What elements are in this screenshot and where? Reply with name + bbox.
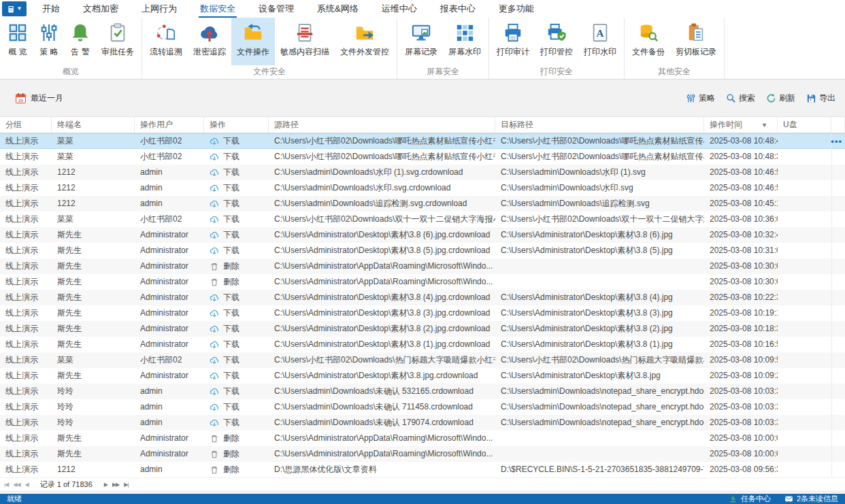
ribbon-item-file-outgoing[interactable]: 文件外发管控 <box>335 18 395 65</box>
operation-label: 下载 <box>223 399 239 415</box>
cell-group: 线上演示 <box>0 446 52 462</box>
cell-target-path: C:\Users\admin\Downloads\水印 (1).svg <box>495 165 704 180</box>
cell-user: Administrator <box>135 368 204 384</box>
table-row[interactable]: 线上演示斯先生Administrator下载C:\Users\Administr… <box>0 227 845 243</box>
column-header-group[interactable]: 分组 <box>0 117 52 133</box>
ribbon-item-label: 屏幕水印 <box>448 46 481 58</box>
column-header-usb[interactable]: U盘 <box>778 117 831 133</box>
table-row[interactable]: 线上演示斯先生Administrator下载C:\Users\Administr… <box>0 243 845 258</box>
ribbon-item-flow-trace[interactable]: 流转追溯 <box>144 18 188 65</box>
table-row[interactable]: 线上演示1212admin删除D:\思源黑体优化版\文章资料D:\$RECYCL… <box>0 462 845 477</box>
ribbon-item-overview-grid[interactable]: 概 览 <box>2 18 33 65</box>
cell-user: Administrator <box>135 446 204 462</box>
table-row[interactable]: 线上演示斯先生Administrator删除C:\Users\Administr… <box>0 431 845 446</box>
fast-next-page-button[interactable]: ▶▶ <box>112 482 119 488</box>
operation-label: 删除 <box>223 462 239 477</box>
ribbon-item-screen-record[interactable]: 屏幕记录 <box>399 18 443 65</box>
cell-operation: 下载 <box>204 305 269 321</box>
cell-terminal: 斯先生 <box>52 227 135 243</box>
toolbar-actions: 策略搜索刷新导出 <box>675 93 835 104</box>
unread-messages-button[interactable]: 2条未读信息 <box>784 494 838 504</box>
table-row[interactable]: 线上演示斯先生Administrator删除C:\Users\Administr… <box>0 446 845 462</box>
print-audit-icon <box>503 22 523 43</box>
table-row[interactable]: 线上演示玲玲admin下载C:\Users\admin\Downloads\未确… <box>0 415 845 431</box>
ribbon-item-print-audit[interactable]: 打印审计 <box>491 18 535 65</box>
column-header-time[interactable]: 操作时间▼ <box>704 117 778 133</box>
content-panel: 23 最近一月 策略搜索刷新导出 分组终端名操作用户操作源路径目标路径操作时间▼… <box>0 80 845 494</box>
column-header-target[interactable]: 目标路径 <box>495 117 704 133</box>
table-row[interactable]: 线上演示菜菜小红书部02下载C:\Users\小红书部02\Downloads\… <box>0 133 845 149</box>
ribbon-item-leak-trace[interactable]: 泄密追踪 <box>188 18 231 65</box>
menu-item-2[interactable]: 上网行为 <box>140 0 178 18</box>
menu-item-0[interactable]: 开始 <box>41 0 61 18</box>
ribbon-item-clipboard-record[interactable]: 剪切板记录 <box>670 18 722 65</box>
table-row[interactable]: 线上演示斯先生Administrator下载C:\Users\Administr… <box>0 321 845 337</box>
table-row[interactable]: 线上演示斯先生Administrator下载C:\Users\Administr… <box>0 305 845 321</box>
table-row[interactable]: 线上演示玲玲admin下载C:\Users\admin\Downloads\未确… <box>0 384 845 399</box>
column-header-source[interactable]: 源路径 <box>269 117 495 133</box>
menu-item-6[interactable]: 运维中心 <box>380 0 418 18</box>
date-range-filter[interactable]: 23 最近一月 <box>15 93 63 104</box>
menu-item-7[interactable]: 报表中心 <box>439 0 477 18</box>
column-header-terminal[interactable]: 终端名 <box>52 117 135 133</box>
tool-search-button[interactable]: 搜索 <box>726 93 755 104</box>
tool-export-button[interactable]: 导出 <box>806 93 835 104</box>
cell-target-path: C:\Users\小红书部02\Downloads\热门标题大字吸睛爆款小红..… <box>495 352 704 368</box>
ribbon-item-screen-watermark[interactable]: 屏幕水印 <box>443 18 486 65</box>
operation-label: 删除 <box>223 431 239 446</box>
ribbon-group-label: 其他安全 <box>627 65 722 79</box>
ribbon-item-file-operations[interactable]: 文件操作 <box>231 18 275 65</box>
ribbon-item-print-watermark[interactable]: A打印水印 <box>578 18 622 65</box>
menu-item-5[interactable]: 系统&网络 <box>316 0 360 18</box>
table-row[interactable]: 线上演示1212admin下载C:\Users\admin\Downloads\… <box>0 196 845 212</box>
table-row[interactable]: 线上演示1212admin下载C:\Users\admin\Downloads\… <box>0 180 845 196</box>
ribbon-item-alert-bell[interactable]: 告 警 <box>65 18 96 65</box>
menu-item-4[interactable]: 设备管理 <box>257 0 295 18</box>
table-row[interactable]: 线上演示玲玲admin下载C:\Users\admin\Downloads\未确… <box>0 399 845 415</box>
cell-spacer <box>831 415 845 431</box>
ribbon-group-4: 文件备份剪切板记录其他安全 <box>625 18 725 79</box>
last-page-button[interactable]: ▶| <box>124 482 128 488</box>
filter-dropdown-icon[interactable]: ▼ <box>761 122 773 129</box>
menu-item-3[interactable]: 数据安全 <box>199 0 237 18</box>
cell-terminal: 1212 <box>52 180 135 196</box>
cell-group: 线上演示 <box>0 321 52 337</box>
table-row[interactable]: 线上演示菜菜小红书部02下载C:\Users\小红书部02\Downloads\… <box>0 352 845 368</box>
ribbon-item-print-control[interactable]: 打印管控 <box>535 18 578 65</box>
menu-item-1[interactable]: 文档加密 <box>82 0 120 18</box>
table-row[interactable]: 线上演示菜菜小红书部02下载C:\Users\小红书部02\Downloads\… <box>0 149 845 165</box>
cell-user: Administrator <box>135 227 204 243</box>
ribbon-item-approval-tasks[interactable]: 审批任务 <box>96 18 139 65</box>
ribbon-item-file-backup[interactable]: 文件备份 <box>627 18 670 65</box>
table-row[interactable]: 线上演示斯先生Administrator下载C:\Users\Administr… <box>0 337 845 352</box>
cell-group: 线上演示 <box>0 384 52 399</box>
table-row[interactable]: 线上演示斯先生Administrator删除C:\Users\Administr… <box>0 274 845 290</box>
cell-time: 2025-03-08 10:36:01 <box>704 212 778 227</box>
tool-refresh-button[interactable]: 刷新 <box>766 93 795 104</box>
cell-user: admin <box>135 462 204 477</box>
ribbon-item-label: 文件操作 <box>237 46 269 58</box>
column-header-user[interactable]: 操作用户 <box>135 117 204 133</box>
next-page-button[interactable]: ▶ <box>104 482 107 488</box>
menu-item-8[interactable]: 更多功能 <box>497 0 535 18</box>
cell-source-path: D:\思源黑体优化版\文章资料 <box>269 462 495 477</box>
table-row[interactable]: 线上演示斯先生Administrator下载C:\Users\Administr… <box>0 368 845 384</box>
column-header-operation[interactable]: 操作 <box>204 117 269 133</box>
cell-operation: 下载 <box>204 399 269 415</box>
tool-policy-sliders-button[interactable]: 策略 <box>686 93 715 104</box>
table-row[interactable]: 线上演示斯先生Administrator下载C:\Users\Administr… <box>0 290 845 305</box>
table-row[interactable]: 线上演示菜菜小红书部02下载C:\Users\小红书部02\Downloads\… <box>0 212 845 227</box>
ribbon-item-policy-sliders[interactable]: 策 略 <box>33 18 65 65</box>
first-page-button[interactable]: |◀ <box>4 482 8 488</box>
cell-operation: 删除 <box>204 462 269 477</box>
column-header-label: 操作用户 <box>140 119 173 131</box>
cell-spacer <box>831 274 845 290</box>
row-actions-button[interactable]: ••• <box>831 133 842 149</box>
prev-page-button[interactable]: ◀ <box>25 482 29 488</box>
ribbon-item-sensitive-scan[interactable]: 敏感内容扫描 <box>275 18 335 65</box>
task-center-button[interactable]: 任务中心 <box>729 494 771 504</box>
table-row[interactable]: 线上演示斯先生Administrator删除C:\Users\Administr… <box>0 258 845 274</box>
table-row[interactable]: 线上演示1212admin下载C:\Users\admin\Downloads\… <box>0 165 845 180</box>
app-menu-button[interactable]: ▼ <box>2 1 27 16</box>
fast-prev-page-button[interactable]: ◀◀ <box>13 482 20 488</box>
